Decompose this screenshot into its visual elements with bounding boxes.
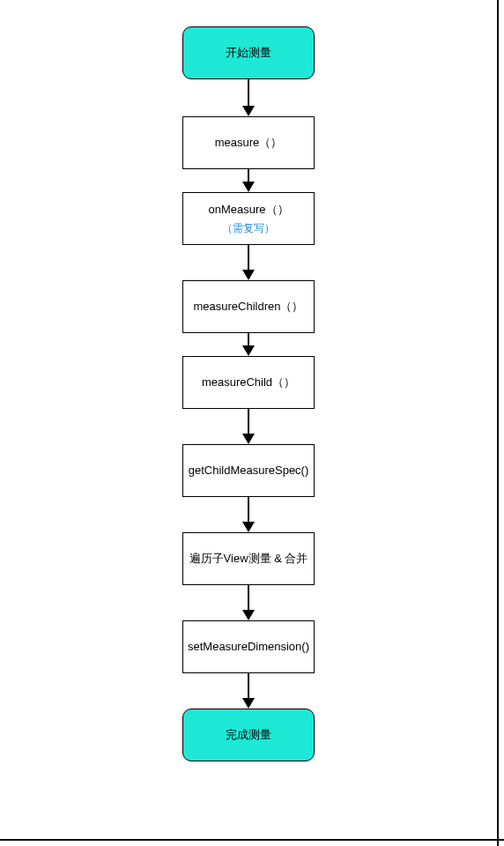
node-getchildmeasurespec: getChildMeasureSpec() bbox=[182, 444, 315, 497]
node-label: measure（） bbox=[215, 134, 283, 152]
node-end: 完成测量 bbox=[182, 709, 315, 761]
arrow bbox=[242, 409, 255, 444]
node-label: 完成测量 bbox=[226, 726, 271, 744]
node-sublabel: （需复写） bbox=[222, 220, 275, 236]
node-setmeasuredimension: setMeasureDimension() bbox=[182, 620, 315, 673]
arrow bbox=[242, 673, 255, 709]
node-measurechild: measureChild（） bbox=[182, 356, 315, 409]
node-label: measureChild（） bbox=[202, 374, 295, 391]
page-divider-right bbox=[497, 0, 499, 846]
node-start: 开始测量 bbox=[182, 26, 315, 79]
page-divider-bottom bbox=[0, 839, 504, 841]
node-label: onMeasure（） bbox=[208, 201, 288, 219]
node-measurechildren: measureChildren（） bbox=[182, 280, 315, 333]
node-label: 开始测量 bbox=[226, 44, 271, 62]
arrow bbox=[242, 169, 255, 192]
flowchart: 开始测量 measure（） onMeasure（） （需复写） measure… bbox=[0, 26, 497, 761]
node-traverse: 遍历子View测量 & 合并 bbox=[182, 532, 315, 585]
node-onmeasure: onMeasure（） （需复写） bbox=[182, 192, 315, 245]
arrow bbox=[242, 245, 255, 280]
arrow bbox=[242, 497, 255, 532]
node-label: 遍历子View测量 & 合并 bbox=[189, 550, 308, 568]
node-label: measureChildren（） bbox=[194, 298, 304, 315]
node-measure: measure（） bbox=[182, 116, 315, 169]
arrow bbox=[242, 333, 255, 356]
arrow bbox=[242, 79, 255, 116]
arrow bbox=[242, 585, 255, 620]
node-label: setMeasureDimension() bbox=[188, 638, 309, 656]
node-label: getChildMeasureSpec() bbox=[189, 462, 309, 479]
